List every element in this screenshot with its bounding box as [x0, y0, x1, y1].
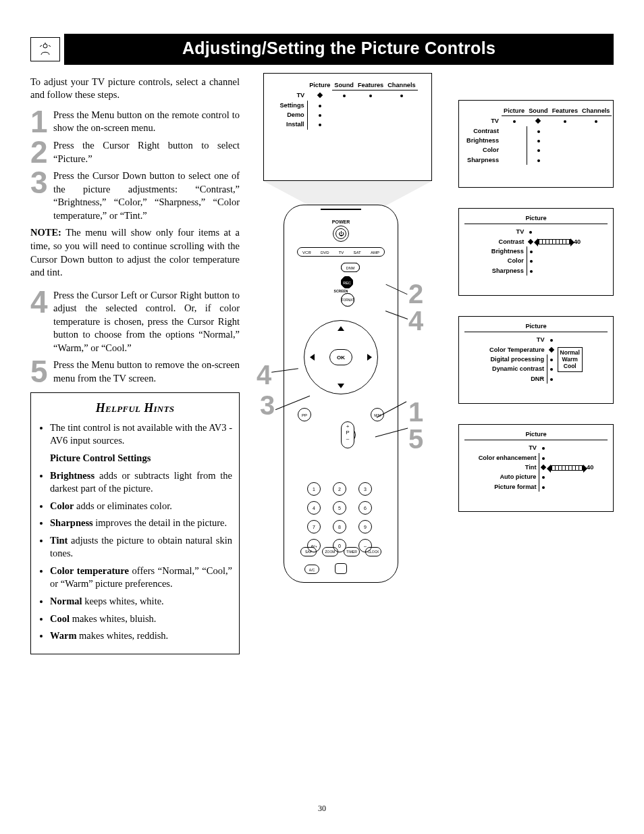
callout-3: 3 [260, 387, 275, 423]
step-number: 2 [30, 140, 53, 164]
note-text: The menu will show only four items at a … [30, 227, 240, 278]
rec-button: REC [341, 276, 353, 288]
hint-item: Normal keeps whites, white. [50, 595, 232, 608]
title-row: Adjusting/Setting the Picture Controls [30, 34, 614, 65]
step-3: 3 Press the Cursor Down button to select… [30, 170, 240, 222]
remote-control: POWER ⏻ VCRDVDTVSATAMP INFO SELECT DNM T… [284, 205, 398, 583]
format-button: FORMAT [341, 293, 354, 307]
note-label: NOTE: [30, 227, 61, 238]
hint-item: Color adds or eliminates color. [50, 500, 232, 513]
settings-heading: Picture Control Settings [50, 452, 232, 465]
step-number: 3 [30, 171, 53, 194]
tint-slider [551, 465, 583, 471]
screen-label: SCREEN [284, 289, 398, 294]
callout-5: 5 [408, 421, 423, 457]
menu-screen-main: Picture Sound Features Channels TV Setti… [263, 73, 432, 181]
menu-screen-tint: Picture TV Color enhancement Tint 40 Aut… [458, 424, 614, 512]
hint-item: Warm makes whites, reddish. [50, 629, 232, 643]
step-text: Press the Menu button to remove the on-s… [53, 359, 240, 385]
step-2: 2 Press the Cursor Right button to selec… [30, 139, 240, 165]
svg-marker-1 [263, 181, 432, 208]
power-button: ⏻ [333, 226, 349, 242]
note: NOTE: The menu will show only four items… [30, 226, 240, 279]
page-title: Adjusting/Setting the Picture Controls [64, 34, 614, 65]
step-text: Press the Menu button on the remote cont… [53, 109, 240, 135]
svg-point-0 [43, 44, 47, 48]
hint-intro: The tint control is not available with t… [50, 421, 232, 448]
ac-button: A/C [304, 565, 319, 574]
cursor-up-icon [338, 326, 344, 331]
page-number: 30 [0, 803, 644, 814]
callout-4-right: 4 [408, 303, 423, 339]
contrast-slider [538, 239, 570, 244]
cursor-left-icon [310, 354, 315, 361]
hint-item: Sharpness improves the detail in the pic… [50, 517, 232, 530]
hint-item: Cool makes whites, bluish. [50, 613, 232, 626]
step-text: Press the Cursor Left or Cursor Right bu… [53, 289, 240, 355]
beam-graphic [263, 181, 432, 208]
program-rocker: +P– [341, 421, 354, 448]
hint-item: Tint adjusts the picture to obtain natur… [50, 534, 232, 561]
step-5: 5 Press the Menu button to remove the on… [30, 359, 240, 385]
hints-title: Helpful Hints [38, 400, 232, 416]
step-1: 1 Press the Menu button on the remote co… [30, 109, 240, 135]
step-number: 4 [30, 290, 53, 314]
menu-screen-picture: PictureSoundFeaturesChannels TV Contrast… [458, 100, 614, 188]
ok-button: OK [329, 349, 352, 365]
step-number: 1 [30, 110, 53, 134]
step-number: 5 [30, 360, 53, 384]
pp-button: PP [298, 408, 311, 421]
power-label: POWER [284, 219, 398, 225]
menu-screen-contrast: Picture TV Contrast 40 Brightness Color … [458, 208, 614, 296]
cursor-down-icon [338, 384, 344, 388]
intro-text: To adjust your TV picture controls, sele… [30, 76, 240, 102]
instructions-column: To adjust your TV picture controls, sele… [30, 73, 240, 654]
bottom-row: SAP ZOOM TIMER CLOCK [300, 547, 381, 556]
helpful-hints-box: Helpful Hints The tint control is not av… [30, 392, 240, 654]
step-text: Press the Cursor Right button to select … [53, 139, 240, 165]
hint-item: Color temperature offers “Normal,” “Cool… [50, 565, 232, 591]
menu-screen-colortemp: Picture TV Color Temperature NormalWarmC… [458, 316, 614, 404]
dnm-button: DNM [341, 263, 360, 272]
hint-item: Brightness adds or subtracts light from … [50, 469, 232, 496]
home-icon [335, 563, 347, 574]
mode-switch: VCRDVDTVSATAMP [297, 247, 385, 257]
step-4: 4 Press the Cursor Left or Cursor Right … [30, 289, 240, 355]
number-keypad: 123 456 789 AV+0– [307, 482, 375, 552]
dpad: OK [304, 320, 378, 394]
diagram-column: Picture Sound Features Channels TV Setti… [250, 73, 614, 654]
cursor-right-icon [367, 354, 372, 361]
chapter-icon [30, 37, 60, 61]
step-text: Press the Cursor Down button to select o… [53, 170, 240, 222]
